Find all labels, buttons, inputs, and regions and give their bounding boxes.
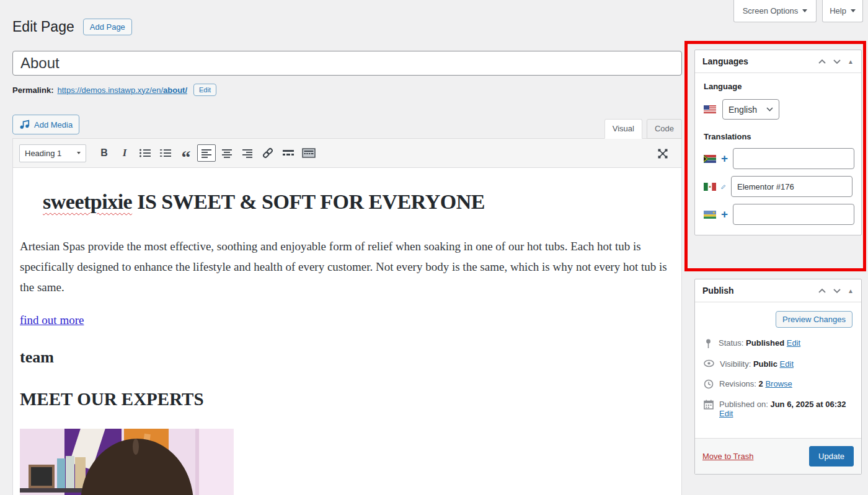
revisions-clock-icon	[704, 379, 714, 389]
published-on-row: Published on: Jun 6, 2025 at 06:32 Edit	[704, 400, 852, 418]
toolbar-toggle-icon	[302, 148, 316, 158]
blockquote-button[interactable]: “	[177, 144, 195, 162]
add-translation-icon[interactable]: +	[721, 209, 728, 219]
screen-options-button[interactable]: Screen Options	[733, 0, 817, 22]
move-to-trash-link[interactable]: Move to Trash	[702, 452, 753, 461]
collapse-toggle-icon[interactable]: ▲	[848, 287, 854, 294]
edit-status-link[interactable]: Edit	[787, 338, 800, 348]
select-arrow-icon	[77, 152, 81, 154]
classic-editor: Heading 1 B I “	[12, 138, 682, 495]
align-left-button[interactable]	[197, 144, 216, 162]
publish-panel: Publish ▲ Preview Changes Status: Publis…	[694, 279, 862, 475]
format-select-value: Heading 1	[25, 149, 61, 158]
languages-panel: Languages ▲ Language English	[694, 50, 862, 235]
photo-frame	[29, 465, 55, 488]
status-row: Status: Published Edit	[704, 338, 852, 349]
photo-book	[57, 458, 65, 488]
move-down-icon[interactable]	[833, 288, 841, 294]
bullet-list-button[interactable]	[136, 144, 154, 162]
screen-options-label: Screen Options	[743, 6, 799, 15]
numbered-list-button[interactable]	[156, 144, 175, 162]
calendar-icon	[704, 400, 714, 410]
rwanda-flag-icon	[704, 211, 716, 219]
move-up-icon[interactable]	[818, 288, 826, 294]
visibility-value: Public	[753, 359, 777, 369]
add-media-label: Add Media	[34, 120, 73, 129]
publish-panel-title: Publish	[702, 286, 734, 296]
united-states-flag-icon	[704, 105, 716, 113]
translation-input-third[interactable]	[733, 204, 854, 225]
editor-content-area[interactable]: sweetpixie IS SWEET & SOFT FOR EVERYONE …	[13, 168, 681, 495]
help-button[interactable]: Help	[822, 0, 863, 22]
main-column: Edit Page Add Page Permalink: https://de…	[12, 0, 682, 495]
language-select[interactable]: English	[722, 99, 779, 120]
numbered-list-icon	[159, 148, 172, 158]
insert-link-button[interactable]	[259, 144, 277, 162]
add-media-button[interactable]: Add Media	[12, 115, 79, 134]
language-label: Language	[704, 82, 852, 91]
permalink-edit-button[interactable]: Edit	[193, 84, 216, 96]
editor-toolbar: Heading 1 B I “	[13, 139, 681, 168]
media-icon	[19, 120, 30, 129]
distraction-free-button[interactable]	[653, 145, 672, 162]
move-up-icon[interactable]	[818, 59, 826, 64]
tab-visual[interactable]: Visual	[604, 119, 642, 139]
edit-translation-pencil-icon[interactable]	[721, 182, 726, 192]
italic-button[interactable]: I	[115, 144, 134, 162]
link-icon	[262, 147, 274, 159]
experts-heading: MEET OUR EXPERTS	[20, 389, 675, 410]
content-heading: sweetpixie IS SWEET & SOFT FOR EVERYONE	[20, 190, 675, 214]
edit-published-on-link[interactable]: Edit	[719, 409, 733, 418]
align-right-button[interactable]	[238, 144, 257, 162]
chevron-down-icon	[766, 107, 773, 112]
chevron-down-icon	[802, 9, 807, 12]
published-on-value: Jun 6, 2025 at 06:32	[770, 400, 846, 409]
team-heading: team	[20, 348, 675, 367]
add-page-button[interactable]: Add Page	[83, 19, 132, 35]
chevron-down-icon	[851, 9, 856, 12]
status-pin-icon	[704, 338, 713, 349]
language-select-value: English	[728, 105, 757, 115]
read-more-button[interactable]	[279, 144, 298, 162]
add-translation-icon[interactable]: +	[721, 154, 728, 164]
permalink-link[interactable]: https://demos.instawp.xyz/en/about/	[57, 85, 187, 95]
visibility-eye-icon	[704, 359, 714, 367]
bold-button[interactable]: B	[95, 144, 113, 162]
align-right-icon	[242, 148, 253, 158]
photo-wall	[195, 429, 234, 495]
south-africa-flag-icon	[704, 155, 716, 163]
tab-code[interactable]: Code	[647, 119, 682, 139]
visibility-row: Visibility: Public Edit	[704, 359, 852, 369]
move-down-icon[interactable]	[833, 59, 841, 64]
content-paragraph: Artesian Spas provide the most effective…	[20, 236, 675, 297]
status-value: Published	[746, 338, 784, 348]
languages-panel-title: Languages	[702, 56, 748, 66]
translation-row	[704, 176, 852, 197]
translation-row: +	[704, 148, 852, 169]
collapse-toggle-icon[interactable]: ▲	[848, 58, 854, 65]
revisions-value: 2	[759, 379, 763, 388]
align-center-button[interactable]	[218, 144, 236, 162]
mexico-flag-icon	[704, 183, 716, 191]
toolbar-toggle-button[interactable]	[299, 144, 318, 162]
fullscreen-icon	[657, 147, 669, 160]
bullet-list-icon	[139, 148, 151, 158]
help-label: Help	[830, 6, 846, 15]
read-more-icon	[282, 149, 294, 157]
preview-changes-button[interactable]: Preview Changes	[776, 311, 852, 328]
post-title-input[interactable]	[12, 51, 682, 76]
align-center-icon	[221, 148, 232, 158]
align-left-icon	[201, 148, 212, 158]
edit-visibility-link[interactable]: Edit	[780, 359, 794, 369]
translation-input-afrikaans[interactable]	[733, 148, 854, 169]
permalink-label: Permalink:	[12, 85, 53, 95]
translation-row: +	[704, 204, 852, 225]
revisions-row: Revisions: 2 Browse	[704, 379, 852, 389]
paragraph-format-select[interactable]: Heading 1	[19, 144, 86, 162]
team-member-photo[interactable]	[20, 429, 234, 495]
photo-book	[66, 456, 74, 488]
find-out-more-link[interactable]: find out more	[20, 313, 84, 327]
update-button[interactable]: Update	[809, 446, 854, 467]
translation-input-spanish[interactable]	[731, 176, 852, 197]
browse-revisions-link[interactable]: Browse	[765, 379, 792, 388]
